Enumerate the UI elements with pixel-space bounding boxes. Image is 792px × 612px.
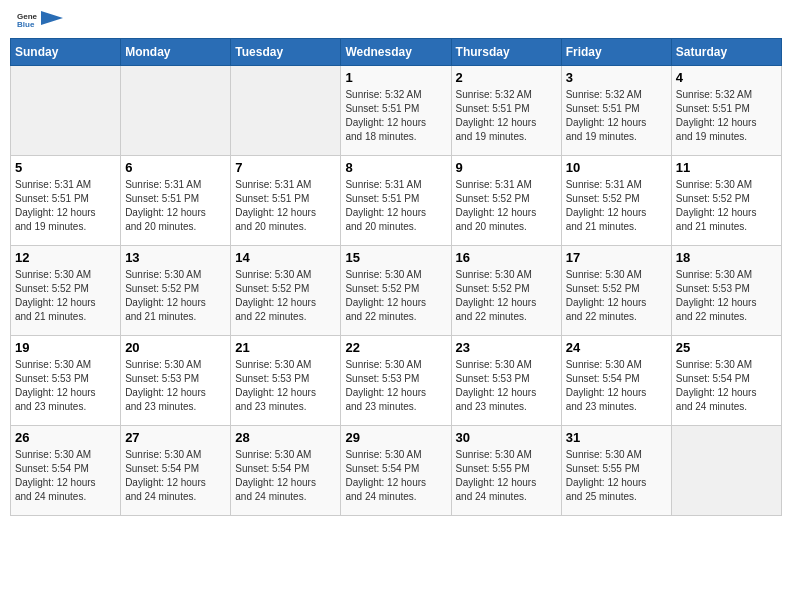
logo: General Blue: [15, 10, 63, 30]
day-number: 18: [676, 250, 777, 265]
calendar-cell: 6Sunrise: 5:31 AM Sunset: 5:51 PM Daylig…: [121, 156, 231, 246]
day-number: 25: [676, 340, 777, 355]
logo-icon: General Blue: [17, 10, 37, 30]
day-info: Sunrise: 5:30 AM Sunset: 5:53 PM Dayligh…: [456, 358, 557, 414]
calendar-cell: 21Sunrise: 5:30 AM Sunset: 5:53 PM Dayli…: [231, 336, 341, 426]
calendar-cell: 26Sunrise: 5:30 AM Sunset: 5:54 PM Dayli…: [11, 426, 121, 516]
calendar-cell: 18Sunrise: 5:30 AM Sunset: 5:53 PM Dayli…: [671, 246, 781, 336]
day-number: 10: [566, 160, 667, 175]
calendar-cell: 17Sunrise: 5:30 AM Sunset: 5:52 PM Dayli…: [561, 246, 671, 336]
calendar-cell: 3Sunrise: 5:32 AM Sunset: 5:51 PM Daylig…: [561, 66, 671, 156]
calendar-cell: 7Sunrise: 5:31 AM Sunset: 5:51 PM Daylig…: [231, 156, 341, 246]
day-info: Sunrise: 5:31 AM Sunset: 5:51 PM Dayligh…: [15, 178, 116, 234]
calendar-week-row: 26Sunrise: 5:30 AM Sunset: 5:54 PM Dayli…: [11, 426, 782, 516]
day-number: 26: [15, 430, 116, 445]
day-number: 3: [566, 70, 667, 85]
day-number: 24: [566, 340, 667, 355]
day-info: Sunrise: 5:32 AM Sunset: 5:51 PM Dayligh…: [456, 88, 557, 144]
day-number: 31: [566, 430, 667, 445]
day-number: 1: [345, 70, 446, 85]
day-number: 16: [456, 250, 557, 265]
calendar-cell: [11, 66, 121, 156]
day-info: Sunrise: 5:30 AM Sunset: 5:55 PM Dayligh…: [456, 448, 557, 504]
day-info: Sunrise: 5:30 AM Sunset: 5:54 PM Dayligh…: [566, 358, 667, 414]
day-number: 13: [125, 250, 226, 265]
weekday-header-tuesday: Tuesday: [231, 39, 341, 66]
page-header: General Blue: [10, 10, 782, 30]
day-info: Sunrise: 5:30 AM Sunset: 5:53 PM Dayligh…: [235, 358, 336, 414]
calendar-body: 1Sunrise: 5:32 AM Sunset: 5:51 PM Daylig…: [11, 66, 782, 516]
calendar-header: SundayMondayTuesdayWednesdayThursdayFrid…: [11, 39, 782, 66]
day-number: 6: [125, 160, 226, 175]
calendar-cell: 1Sunrise: 5:32 AM Sunset: 5:51 PM Daylig…: [341, 66, 451, 156]
calendar-cell: 19Sunrise: 5:30 AM Sunset: 5:53 PM Dayli…: [11, 336, 121, 426]
day-info: Sunrise: 5:32 AM Sunset: 5:51 PM Dayligh…: [676, 88, 777, 144]
calendar-cell: [231, 66, 341, 156]
day-info: Sunrise: 5:30 AM Sunset: 5:52 PM Dayligh…: [676, 178, 777, 234]
calendar-cell: 23Sunrise: 5:30 AM Sunset: 5:53 PM Dayli…: [451, 336, 561, 426]
day-number: 9: [456, 160, 557, 175]
calendar-cell: 22Sunrise: 5:30 AM Sunset: 5:53 PM Dayli…: [341, 336, 451, 426]
day-number: 22: [345, 340, 446, 355]
calendar-cell: [121, 66, 231, 156]
day-info: Sunrise: 5:30 AM Sunset: 5:54 PM Dayligh…: [15, 448, 116, 504]
day-number: 23: [456, 340, 557, 355]
calendar-cell: 20Sunrise: 5:30 AM Sunset: 5:53 PM Dayli…: [121, 336, 231, 426]
calendar-cell: 16Sunrise: 5:30 AM Sunset: 5:52 PM Dayli…: [451, 246, 561, 336]
calendar-cell: 27Sunrise: 5:30 AM Sunset: 5:54 PM Dayli…: [121, 426, 231, 516]
weekday-header-friday: Friday: [561, 39, 671, 66]
calendar-cell: 25Sunrise: 5:30 AM Sunset: 5:54 PM Dayli…: [671, 336, 781, 426]
day-info: Sunrise: 5:30 AM Sunset: 5:52 PM Dayligh…: [235, 268, 336, 324]
day-number: 11: [676, 160, 777, 175]
weekday-header-wednesday: Wednesday: [341, 39, 451, 66]
day-number: 19: [15, 340, 116, 355]
calendar-week-row: 1Sunrise: 5:32 AM Sunset: 5:51 PM Daylig…: [11, 66, 782, 156]
weekday-header-sunday: Sunday: [11, 39, 121, 66]
day-info: Sunrise: 5:30 AM Sunset: 5:52 PM Dayligh…: [456, 268, 557, 324]
calendar-cell: 8Sunrise: 5:31 AM Sunset: 5:51 PM Daylig…: [341, 156, 451, 246]
day-number: 7: [235, 160, 336, 175]
day-info: Sunrise: 5:30 AM Sunset: 5:52 PM Dayligh…: [345, 268, 446, 324]
day-info: Sunrise: 5:32 AM Sunset: 5:51 PM Dayligh…: [566, 88, 667, 144]
calendar-cell: 30Sunrise: 5:30 AM Sunset: 5:55 PM Dayli…: [451, 426, 561, 516]
day-info: Sunrise: 5:30 AM Sunset: 5:54 PM Dayligh…: [125, 448, 226, 504]
calendar-cell: 10Sunrise: 5:31 AM Sunset: 5:52 PM Dayli…: [561, 156, 671, 246]
day-number: 5: [15, 160, 116, 175]
calendar-cell: 11Sunrise: 5:30 AM Sunset: 5:52 PM Dayli…: [671, 156, 781, 246]
calendar-cell: 13Sunrise: 5:30 AM Sunset: 5:52 PM Dayli…: [121, 246, 231, 336]
day-number: 20: [125, 340, 226, 355]
day-number: 17: [566, 250, 667, 265]
calendar-cell: 24Sunrise: 5:30 AM Sunset: 5:54 PM Dayli…: [561, 336, 671, 426]
day-info: Sunrise: 5:30 AM Sunset: 5:53 PM Dayligh…: [125, 358, 226, 414]
calendar-cell: 2Sunrise: 5:32 AM Sunset: 5:51 PM Daylig…: [451, 66, 561, 156]
day-info: Sunrise: 5:30 AM Sunset: 5:52 PM Dayligh…: [125, 268, 226, 324]
day-number: 12: [15, 250, 116, 265]
day-info: Sunrise: 5:30 AM Sunset: 5:53 PM Dayligh…: [15, 358, 116, 414]
day-number: 28: [235, 430, 336, 445]
day-number: 29: [345, 430, 446, 445]
calendar-cell: 4Sunrise: 5:32 AM Sunset: 5:51 PM Daylig…: [671, 66, 781, 156]
day-number: 4: [676, 70, 777, 85]
calendar-cell: 28Sunrise: 5:30 AM Sunset: 5:54 PM Dayli…: [231, 426, 341, 516]
calendar-cell: 31Sunrise: 5:30 AM Sunset: 5:55 PM Dayli…: [561, 426, 671, 516]
svg-text:Blue: Blue: [17, 20, 35, 29]
day-number: 8: [345, 160, 446, 175]
day-info: Sunrise: 5:30 AM Sunset: 5:54 PM Dayligh…: [345, 448, 446, 504]
day-info: Sunrise: 5:31 AM Sunset: 5:51 PM Dayligh…: [345, 178, 446, 234]
day-info: Sunrise: 5:30 AM Sunset: 5:53 PM Dayligh…: [345, 358, 446, 414]
calendar-cell: 15Sunrise: 5:30 AM Sunset: 5:52 PM Dayli…: [341, 246, 451, 336]
day-number: 15: [345, 250, 446, 265]
day-info: Sunrise: 5:30 AM Sunset: 5:52 PM Dayligh…: [15, 268, 116, 324]
calendar-cell: [671, 426, 781, 516]
day-info: Sunrise: 5:32 AM Sunset: 5:51 PM Dayligh…: [345, 88, 446, 144]
svg-marker-2: [41, 11, 63, 25]
calendar-cell: 12Sunrise: 5:30 AM Sunset: 5:52 PM Dayli…: [11, 246, 121, 336]
day-info: Sunrise: 5:31 AM Sunset: 5:52 PM Dayligh…: [456, 178, 557, 234]
weekday-header-thursday: Thursday: [451, 39, 561, 66]
calendar-cell: 29Sunrise: 5:30 AM Sunset: 5:54 PM Dayli…: [341, 426, 451, 516]
day-info: Sunrise: 5:30 AM Sunset: 5:53 PM Dayligh…: [676, 268, 777, 324]
calendar-week-row: 19Sunrise: 5:30 AM Sunset: 5:53 PM Dayli…: [11, 336, 782, 426]
day-info: Sunrise: 5:31 AM Sunset: 5:51 PM Dayligh…: [235, 178, 336, 234]
day-number: 14: [235, 250, 336, 265]
calendar-week-row: 12Sunrise: 5:30 AM Sunset: 5:52 PM Dayli…: [11, 246, 782, 336]
